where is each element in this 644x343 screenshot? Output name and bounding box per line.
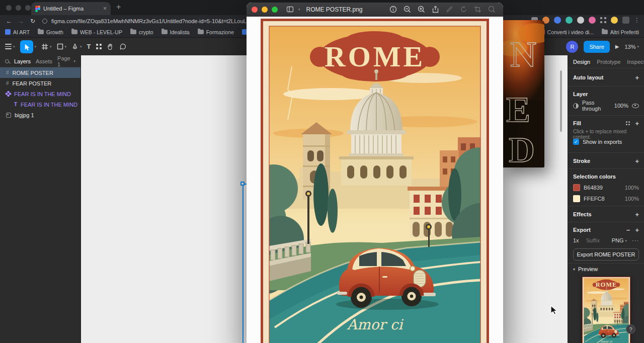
visibility-eye-icon[interactable] [632, 104, 639, 108]
export-options-icon[interactable]: ··· [632, 237, 639, 243]
crop-icon[interactable] [473, 5, 482, 14]
text-tool[interactable]: T [87, 43, 91, 50]
browser-window-controls[interactable] [6, 5, 31, 11]
export-scale-select[interactable]: 1x [573, 237, 579, 243]
component-icon [5, 91, 12, 97]
close-button[interactable] [252, 7, 258, 13]
add-stroke-icon[interactable]: + [635, 158, 639, 164]
selection-corner-handle[interactable] [240, 182, 245, 186]
resources-tool[interactable] [96, 44, 102, 49]
browser-minimize-button[interactable] [16, 5, 21, 11]
layer-row-image[interactable]: bigjpg 1 [0, 110, 80, 120]
bookmark-folder[interactable]: crypto [130, 29, 153, 35]
layer-row-text[interactable]: T FEAR IS IN THE MIND [0, 99, 80, 110]
canvas-scrollbar[interactable] [560, 70, 562, 132]
layer-row-component[interactable]: FEAR IS IN THE MIND [0, 89, 80, 99]
pen-tool[interactable]: ▾ [71, 43, 82, 50]
layer-row-fear-poster[interactable]: # FEAR POSTER [0, 78, 80, 89]
folder-icon [71, 30, 77, 34]
chevron-down-icon: ▾ [65, 45, 67, 48]
comment-tool[interactable] [119, 43, 127, 50]
browser-tab[interactable]: Untitled – Figma × [31, 2, 111, 15]
tab-close-icon[interactable]: × [103, 6, 107, 12]
bookmark-folder[interactable]: Growth [38, 29, 63, 35]
search-icon[interactable] [488, 5, 496, 14]
extension-icon[interactable] [554, 17, 561, 24]
page-selector[interactable]: Page 1 ▾ [57, 55, 75, 67]
selection-color-row[interactable]: FFEFC8 100% [568, 193, 644, 204]
markup-pencil-icon[interactable] [445, 5, 454, 14]
tab-assets[interactable]: Assets [36, 58, 52, 64]
fullscreen-button[interactable] [272, 7, 278, 13]
info-icon[interactable] [389, 5, 397, 14]
minimize-button[interactable] [262, 7, 268, 13]
add-effect-icon[interactable]: + [635, 211, 639, 218]
main-menu-button[interactable]: ▾ [5, 44, 15, 49]
zoom-in-icon[interactable] [417, 5, 426, 14]
share-button[interactable]: Share [584, 41, 609, 53]
side-panel-icon[interactable] [622, 17, 629, 24]
quicklook-window: ▾ ROME POSTER.png [247, 3, 503, 343]
add-fill-icon[interactable]: + [635, 120, 639, 127]
zoom-menu[interactable]: 13% ▾ [624, 44, 639, 50]
help-button[interactable]: ? [626, 324, 635, 334]
browser-zoom-button[interactable] [25, 5, 31, 11]
back-icon[interactable]: ← [6, 18, 12, 25]
profile-avatar[interactable] [611, 17, 618, 24]
style-icon[interactable] [626, 121, 630, 125]
hand-tool[interactable] [107, 43, 114, 50]
search-icon[interactable] [5, 59, 9, 63]
bookmark-folder[interactable]: Formazione [198, 29, 234, 35]
remove-export-icon[interactable]: − [626, 227, 630, 233]
gallery-view-icon[interactable] [286, 5, 294, 14]
bookmark-item[interactable]: Converti i video di... [539, 29, 594, 35]
export-button[interactable]: Export ROME POSTER [573, 248, 639, 261]
layer-opacity-input[interactable]: 100% [614, 103, 628, 109]
browser-close-button[interactable] [6, 5, 12, 11]
bookmark-folder[interactable]: Idealista [162, 29, 190, 35]
forward-icon[interactable]: → [18, 18, 24, 25]
new-tab-button[interactable]: + [116, 3, 121, 12]
add-auto-layout-icon[interactable]: + [635, 74, 639, 81]
bookmark-folder[interactable]: WEB - LEVEL-UP [71, 29, 122, 35]
tab-prototype[interactable]: Prototype [597, 59, 620, 65]
user-avatar[interactable]: R [566, 41, 578, 53]
color-swatch[interactable] [573, 195, 580, 202]
bookmark-folder[interactable]: Altri Preferiti [602, 29, 639, 35]
zoom-out-icon[interactable] [403, 5, 412, 14]
layer-row-rome-poster[interactable]: # ROME POSTER [0, 67, 80, 78]
share-icon[interactable] [431, 5, 440, 14]
export-suffix-input[interactable]: Suffix [586, 237, 600, 243]
extension-icon[interactable] [577, 17, 584, 24]
color-swatch[interactable] [573, 184, 580, 191]
export-format-select[interactable]: PNG ▾ [612, 237, 627, 243]
tab-inspect[interactable]: Inspect [627, 59, 644, 65]
layer-name: FEAR IS IN THE MIND [14, 91, 71, 97]
rotate-icon[interactable] [459, 5, 468, 14]
url-input[interactable]: figma.com/file/ZOqa831eMwhNfNMRz3vGs1/Un… [51, 18, 274, 24]
extension-icon[interactable] [589, 17, 596, 24]
reload-icon[interactable]: ↻ [30, 18, 35, 25]
shape-tool[interactable]: ▾ [57, 43, 67, 50]
tab-design[interactable]: Design [573, 59, 590, 65]
quicklook-preview-image: ROME [247, 17, 503, 343]
site-info-icon[interactable] [42, 19, 47, 24]
present-icon[interactable]: ▶ [615, 44, 619, 49]
browser-menu-icon[interactable]: ⋮ [634, 17, 640, 24]
pen-icon [71, 43, 78, 50]
add-export-icon[interactable]: + [635, 227, 639, 233]
rectangle-icon [57, 43, 63, 50]
selection-color-row[interactable]: B64839 100% [568, 182, 644, 193]
move-tool[interactable]: ▾ [20, 40, 37, 53]
apps-grid-icon[interactable] [600, 17, 606, 23]
frame-tool[interactable]: ▾ [41, 43, 52, 50]
bookmark-item[interactable]: AI ART [5, 29, 30, 35]
tab-layers[interactable]: Layers [14, 58, 31, 64]
fear-poster-window[interactable]: N E D [503, 20, 544, 167]
blend-mode-select[interactable]: Pass through [582, 100, 611, 112]
quicklook-titlebar[interactable]: ▾ ROME POSTER.png [247, 3, 503, 17]
extension-icon[interactable] [566, 17, 573, 24]
preview-section-header[interactable]: ▾ Preview [568, 264, 644, 275]
show-in-exports-checkbox[interactable]: ✓ [573, 139, 579, 145]
bookmark-label: AI ART [13, 29, 30, 35]
